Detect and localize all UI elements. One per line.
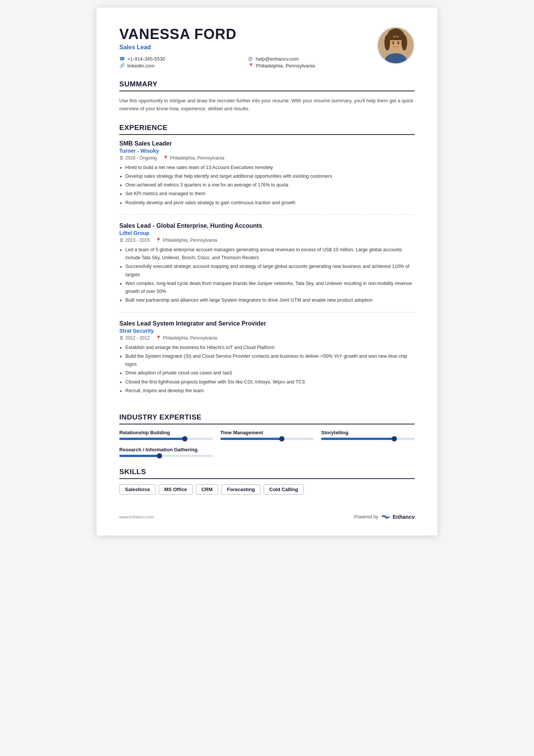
job-3-company: Strat Security [119, 328, 415, 334]
skill-tag-salesforce: Salesforce [119, 484, 156, 495]
skills-section: SKILLS Salesforce MS Office CRM Forecast… [119, 468, 415, 495]
experience-title: EXPERIENCE [119, 124, 415, 135]
skill-bar-1 [119, 438, 213, 440]
skill-bar-dot-3 [392, 436, 397, 441]
skills-title: SKILLS [119, 468, 415, 479]
expertise-label-2: Time Management [220, 430, 314, 435]
skill-bar-dot-1 [182, 436, 187, 441]
bullet-item: Built new partnership and alliances with… [125, 296, 415, 304]
job-1-date: 🗓 2016 - Ongoing [119, 155, 157, 161]
page-footer: www.enhancv.com Powered by Enhancv [119, 510, 415, 520]
enhancv-logo: Enhancv [381, 513, 415, 520]
skill-bar-3 [321, 438, 415, 440]
job-3-bullets: Establish and enlarge the business for H… [119, 344, 415, 395]
svg-point-4 [401, 35, 407, 50]
bullet-item: Build the System Integrator (SI) and Clo… [125, 352, 415, 369]
contact-grid: ☎ +1-914-345-5530 @ help@enhancv.com 🔗 l… [119, 56, 369, 69]
skills-list: Salesforce MS Office CRM Forecasting Col… [119, 484, 415, 495]
expertise-grid: Relationship Building Time Management St… [119, 430, 415, 457]
phone-icon: ☎ [119, 56, 125, 61]
skill-tag-cold-calling: Cold Calling [264, 484, 304, 495]
job-2-meta: 🗓 2013 - 2015 📍 Philadelphia, Pennsylvan… [119, 238, 415, 243]
job-1-company: Turner - Wisoky [119, 148, 415, 154]
summary-section: SUMMARY Use this opportunity to intrigue… [119, 80, 415, 113]
location-icon-1: 📍 [163, 155, 169, 161]
job-1-title: SMB Sales Leader [119, 140, 415, 147]
skill-bar-4 [119, 455, 213, 457]
job-2-title: Sales Lead - Global Enterprise, Hunting … [119, 222, 415, 229]
bullet-item: Develop sales strategy that help identif… [125, 172, 415, 180]
profile-photo-svg [378, 27, 414, 64]
expertise-item-2: Time Management [220, 430, 314, 440]
candidate-title: Sales Lead [119, 44, 369, 51]
contact-linkedin: 🔗 linkedin.com [119, 63, 240, 69]
skill-bar-fill-4 [119, 455, 161, 457]
skill-bar-fill-3 [321, 438, 396, 440]
industry-expertise-section: INDUSTRY EXPERTISE Relationship Building… [119, 413, 415, 457]
location-icon-3: 📍 [156, 335, 161, 341]
contact-location: 📍 Philadelphia, Pennsylvania [248, 63, 369, 69]
expertise-item-1: Relationship Building [119, 430, 213, 440]
job-1-meta: 🗓 2016 - Ongoing 📍 Philadelphia, Pennsyl… [119, 155, 415, 161]
expertise-item-4: Research / Information Gathering. [119, 447, 213, 457]
job-3-meta: 🗓 2012 - 2012 📍 Philadelphia, Pennsylvan… [119, 335, 415, 341]
bullet-item: Closed the first lighthouse projects tog… [125, 378, 415, 386]
bullet-item: Drive adoption of private cloud use case… [125, 369, 415, 377]
skill-tag-ms-office: MS Office [159, 484, 193, 495]
brand-name: Enhancv [393, 514, 415, 520]
job-1: SMB Sales Leader Turner - Wisoky 🗓 2016 … [119, 140, 415, 215]
job-3-location: 📍 Philadelphia, Pennsylvania [156, 335, 217, 341]
linkedin-icon: 🔗 [119, 63, 125, 68]
job-3-title: Sales Lead System Integrator and Service… [119, 320, 415, 327]
bullet-item: Recruit, inspire and develop the team [125, 387, 415, 395]
enhancv-logo-icon [381, 513, 391, 520]
job-2-bullets: Led a team of 5 global enterprise accoun… [119, 246, 415, 305]
location-icon-2: 📍 [156, 238, 161, 243]
skill-tag-crm: CRM [196, 484, 219, 495]
profile-photo [377, 27, 415, 64]
job-2-location: 📍 Philadelphia, Pennsylvania [156, 238, 217, 243]
powered-by-text: Powered by [354, 514, 378, 520]
summary-title: SUMMARY [119, 80, 415, 91]
skill-bar-fill-1 [119, 438, 187, 440]
bullet-item: Set KPI metrics and managed to them [125, 190, 415, 198]
bullet-item: Routinely develop and pivot sales strate… [125, 199, 415, 207]
bullet-item: Hired to build a net new sales team of 1… [125, 164, 415, 172]
skill-bar-2 [220, 438, 314, 440]
job-1-location: 📍 Philadelphia, Pennsylvania [163, 155, 224, 161]
footer-logo-area: Powered by Enhancv [354, 513, 415, 520]
bullet-item: Over-achieved all metrics 3 quarters in … [125, 181, 415, 189]
svg-point-3 [384, 35, 390, 50]
job-3-date: 🗓 2012 - 2012 [119, 335, 150, 341]
resume-page: VANESSA FORD Sales Lead ☎ +1-914-345-553… [97, 8, 437, 535]
email-address: help@enhancv.com [256, 56, 299, 62]
header-left: VANESSA FORD Sales Lead ☎ +1-914-345-553… [119, 27, 369, 69]
job-2-company: Littel Group [119, 230, 415, 236]
summary-text: Use this opportunity to intrigue and dra… [119, 97, 415, 113]
location-icon: 📍 [248, 63, 254, 68]
job-3: Sales Lead System Integrator and Service… [119, 320, 415, 403]
bullet-item: Establish and enlarge the business for H… [125, 344, 415, 352]
header-section: VANESSA FORD Sales Lead ☎ +1-914-345-553… [119, 27, 415, 69]
expertise-label-1: Relationship Building [119, 430, 213, 435]
skill-bar-dot-2 [279, 436, 284, 441]
email-icon: @ [248, 56, 253, 61]
calendar-icon-1: 🗓 [119, 155, 124, 161]
job-2-date: 🗓 2013 - 2015 [119, 238, 150, 243]
contact-phone: ☎ +1-914-345-5530 [119, 56, 240, 62]
industry-expertise-title: INDUSTRY EXPERTISE [119, 413, 415, 424]
candidate-name: VANESSA FORD [119, 27, 369, 42]
svg-point-7 [392, 42, 394, 44]
location-text: Philadelphia, Pennsylvania [256, 63, 315, 69]
skill-bar-dot-4 [157, 453, 162, 459]
experience-section: EXPERIENCE SMB Sales Leader Turner - Wis… [119, 124, 415, 403]
footer-website: www.enhancv.com [119, 515, 154, 519]
expertise-item-3: Storytelling [321, 430, 415, 440]
skill-tag-forecasting: Forecasting [221, 484, 261, 495]
job-1-bullets: Hired to build a net new sales team of 1… [119, 164, 415, 207]
calendar-icon-2: 🗓 [119, 238, 124, 243]
job-2: Sales Lead - Global Enterprise, Hunting … [119, 222, 415, 313]
expertise-label-4: Research / Information Gathering. [119, 447, 213, 452]
skill-bar-fill-2 [220, 438, 284, 440]
contact-email: @ help@enhancv.com [248, 56, 369, 62]
